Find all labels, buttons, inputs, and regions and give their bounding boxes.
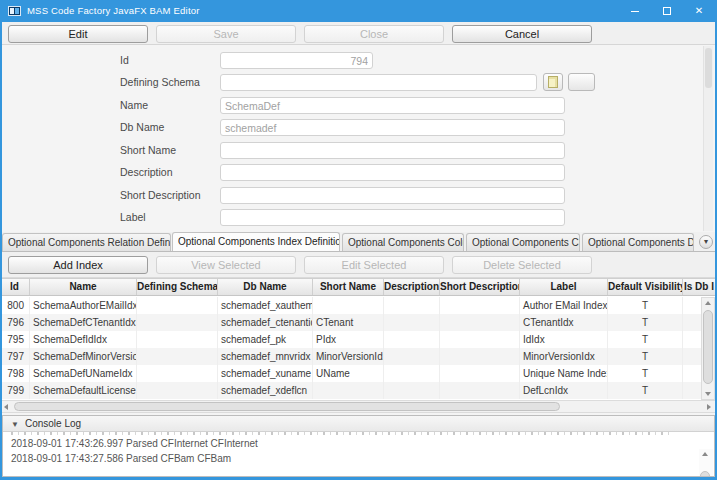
console-scroll-thumb[interactable]	[700, 471, 710, 476]
description-field[interactable]	[220, 164, 565, 181]
schema-form: Id Defining Schema Name Db Name Short Na…	[2, 45, 715, 232]
table-row[interactable]: 798 SchemaDefUNameIdx schemadef_xuname U…	[0, 365, 717, 382]
scroll-left-icon[interactable]	[4, 404, 8, 410]
tab-bar: Optional Components Relation Definitions…	[0, 232, 717, 252]
col-default-visibility[interactable]: Default Visibility	[608, 279, 683, 295]
label-field[interactable]	[220, 209, 565, 226]
close-record-button[interactable]: Close	[304, 25, 444, 43]
table-vertical-scrollbar[interactable]	[701, 297, 715, 400]
table-row[interactable]: 796 SchemaDefCTenantIdx schemadef_ctenan…	[0, 314, 717, 331]
short-name-label: Short Name	[120, 142, 220, 159]
titlebar[interactable]: MSS Code Factory JavaFX BAM Editor ✕	[0, 0, 717, 22]
description-label: Description	[120, 164, 220, 181]
close-button[interactable]: ✕	[683, 0, 715, 22]
table-horizontal-scrollbar[interactable]	[0, 400, 717, 413]
app-window: MSS Code Factory JavaFX BAM Editor ✕ Edi…	[0, 0, 717, 480]
table-row[interactable]: 795 SchemaDefIdIdx schemadef_pk PIdx IdI…	[0, 331, 717, 348]
tab-chains[interactable]: Optional Components Chains	[466, 233, 580, 251]
db-name-field[interactable]	[220, 119, 565, 136]
clear-schema-button[interactable]	[568, 73, 595, 91]
id-label: Id	[120, 52, 220, 69]
scroll-right-icon[interactable]	[707, 404, 711, 410]
id-field[interactable]	[220, 52, 373, 69]
db-name-label: Db Name	[120, 119, 220, 136]
pick-schema-button[interactable]	[543, 73, 563, 91]
collapse-icon[interactable]: ▼	[11, 417, 19, 432]
col-is-db[interactable]: Is Db I	[683, 279, 715, 295]
maximize-button[interactable]	[651, 0, 683, 22]
console-panel: ▼Console Log 2018-09-01 17:43:26.997 Par…	[2, 415, 715, 477]
tab-overflow-button[interactable]: ▾	[699, 235, 713, 249]
clipped-log-line	[11, 432, 671, 435]
index-table: Id Name Defining Schema Db Name Short Na…	[0, 278, 717, 400]
col-description[interactable]: Description	[384, 279, 440, 295]
tab-index-definitions[interactable]: Optional Components Index Definitions✕	[172, 232, 340, 251]
col-id[interactable]: Id	[0, 279, 30, 295]
table-row[interactable]: 800 SchemaAuthorEMailIdx schemadef_xauth…	[0, 297, 717, 314]
action-bar: Edit Save Close Cancel	[0, 22, 717, 45]
col-short-description[interactable]: Short Description	[440, 279, 520, 295]
table-header: Id Name Defining Schema Db Name Short Na…	[0, 279, 717, 296]
tab-columns[interactable]: Optional Components Columns	[342, 233, 464, 251]
console-title: Console Log	[25, 418, 81, 429]
col-db-name[interactable]: Db Name	[218, 279, 313, 295]
col-short-name[interactable]: Short Name	[313, 279, 384, 295]
defining-schema-label: Defining Schema	[120, 74, 220, 91]
label-label: Label	[120, 209, 220, 226]
save-button[interactable]: Save	[156, 25, 296, 43]
tab-relation-definitions[interactable]: Optional Components Relation Definitions	[2, 233, 171, 251]
add-index-button[interactable]: Add Index	[8, 256, 148, 274]
console-vertical-scrollbar[interactable]	[699, 449, 713, 476]
form-scrollbar[interactable]	[703, 46, 713, 231]
name-field[interactable]	[220, 97, 565, 114]
console-log[interactable]: 2018-09-01 17:43:26.997 Parsed CFInterne…	[3, 432, 714, 476]
col-name[interactable]: Name	[30, 279, 137, 295]
close-icon: ✕	[683, 0, 715, 22]
scroll-up-icon[interactable]	[699, 449, 711, 459]
window-title: MSS Code Factory JavaFX BAM Editor	[27, 0, 200, 22]
window-border	[0, 22, 2, 480]
scroll-up-icon[interactable]	[702, 298, 714, 308]
view-selected-button[interactable]: View Selected	[156, 256, 296, 274]
table-scroll-thumb[interactable]	[703, 310, 713, 384]
minimize-button[interactable]	[619, 0, 651, 22]
short-description-field[interactable]	[220, 187, 565, 204]
log-line: 2018-09-01 17:43:26.997 Parsed CFInterne…	[11, 438, 258, 449]
log-line: 2018-09-01 17:43:27.586 Parsed CFBam CFB…	[11, 453, 231, 464]
scroll-down-icon[interactable]	[702, 389, 714, 399]
edit-selected-button[interactable]: Edit Selected	[304, 256, 444, 274]
col-defining-schema[interactable]: Defining Schema	[137, 279, 218, 295]
console-header[interactable]: ▼Console Log	[3, 416, 714, 432]
delete-selected-button[interactable]: Delete Selected	[452, 256, 592, 274]
short-name-field[interactable]	[220, 142, 565, 159]
defining-schema-field[interactable]	[220, 74, 537, 91]
name-label: Name	[120, 97, 220, 114]
table-hscroll-thumb[interactable]	[14, 402, 560, 411]
index-toolbar: Add Index View Selected Edit Selected De…	[0, 252, 717, 278]
edit-button[interactable]: Edit	[8, 25, 148, 43]
col-label[interactable]: Label	[520, 279, 608, 295]
note-icon	[548, 76, 558, 88]
tab-deletion[interactable]: Optional Components Deletion	[582, 233, 694, 251]
cancel-button[interactable]: Cancel	[452, 25, 592, 43]
maximize-icon	[663, 7, 671, 15]
minimize-icon	[631, 11, 639, 12]
table-row[interactable]: 799 SchemaDefaultLicenseIdx schemadef_xd…	[0, 382, 717, 399]
table-row[interactable]: 797 SchemaDefMinorVersionIdx schemadef_m…	[0, 348, 717, 365]
short-description-label: Short Description	[120, 187, 220, 204]
app-icon	[8, 6, 21, 16]
